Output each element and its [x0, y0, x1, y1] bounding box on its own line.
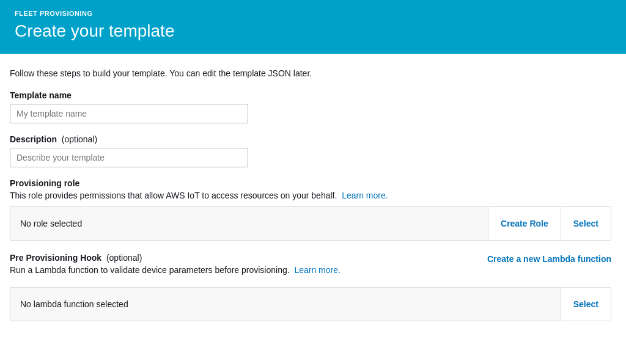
lambda-header-left: Pre Provisioning Hook (optional) Run a L… — [10, 253, 341, 281]
template-name-group: Template name — [10, 90, 611, 123]
main-content: Follow these steps to build your templat… — [0, 54, 626, 336]
lambda-learn-more-link[interactable]: Learn more. — [294, 265, 340, 275]
intro-text: Follow these steps to build your templat… — [10, 68, 611, 78]
create-role-button[interactable]: Create Role — [488, 207, 561, 240]
description-input[interactable] — [10, 148, 248, 167]
no-lambda-selected-text: No lambda function selected — [10, 299, 561, 309]
description-group: Description (optional) — [10, 134, 611, 167]
lambda-header: Pre Provisioning Hook (optional) Run a L… — [10, 253, 611, 281]
select-role-button[interactable]: Select — [561, 207, 611, 240]
lambda-row: No lambda function selected Select — [10, 287, 611, 321]
header-subtitle: FLEET PROVISIONING — [15, 10, 611, 17]
provisioning-role-section: Provisioning role This role provides per… — [10, 178, 611, 241]
lambda-section-description: Run a Lambda function to validate device… — [10, 265, 341, 275]
description-label: Description (optional) — [10, 134, 611, 144]
template-name-input[interactable] — [10, 104, 248, 123]
page-header: FLEET PROVISIONING Create your template — [0, 0, 626, 54]
provisioning-role-learn-more-link[interactable]: Learn more. — [342, 191, 388, 200]
provisioning-role-label: Provisioning role — [10, 178, 611, 188]
pre-provisioning-hook-section: Pre Provisioning Hook (optional) Run a L… — [10, 253, 611, 321]
no-role-selected-text: No role selected — [10, 219, 488, 228]
page-title: Create your template — [15, 21, 611, 42]
create-lambda-button[interactable]: Create a new Lambda function — [487, 253, 611, 264]
select-lambda-button[interactable]: Select — [561, 288, 611, 321]
provisioning-role-row: No role selected Create Role Select — [10, 206, 611, 241]
lambda-section-label: Pre Provisioning Hook (optional) — [10, 253, 341, 263]
template-name-label: Template name — [10, 90, 611, 100]
provisioning-role-description: This role provides permissions that allo… — [10, 191, 611, 200]
